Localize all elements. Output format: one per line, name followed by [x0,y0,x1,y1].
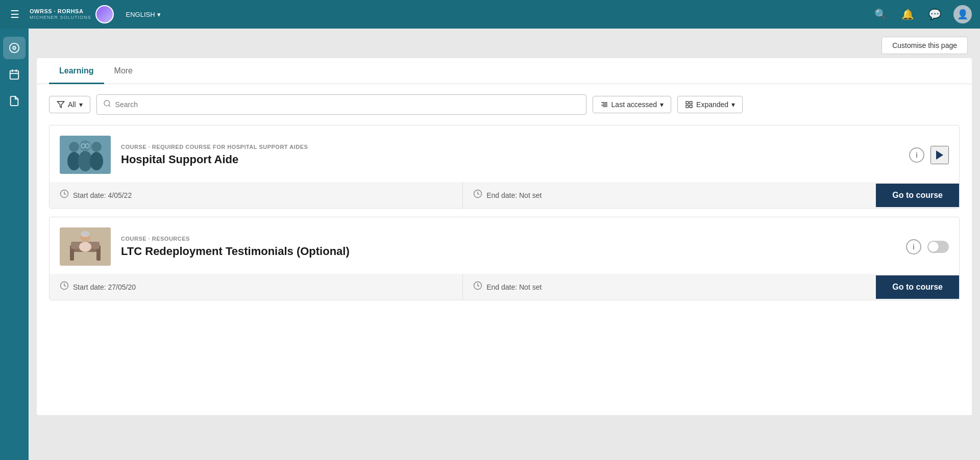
svg-point-37 [81,231,90,237]
course-card-ltc-redeployment: COURSE · RESOURCES LTC Redeployment Test… [49,217,960,300]
thumbnail-image-hsa [60,136,111,174]
course-info-ltc: COURSE · RESOURCES LTC Redeployment Test… [121,236,906,258]
logo-area: OWRSS · RORHSA MICHENER SOLUTIONS [30,5,114,23]
logo-top-line: OWRSS · RORHSA [30,8,91,15]
end-date-icon-hsa [473,189,482,201]
course-category-ltc: COURSE · RESOURCES [121,236,906,242]
end-date-hsa: End date: Not set [463,182,876,208]
top-bar: Customise this page [29,29,980,58]
tabs-bar: Learning More [37,58,972,84]
svg-rect-2 [10,71,19,80]
sidebar [0,29,29,460]
top-navigation: ☰ OWRSS · RORHSA MICHENER SOLUTIONS ENGL… [0,0,980,29]
course-thumbnail-ltc [60,227,111,266]
svg-rect-16 [690,105,692,108]
svg-line-8 [109,105,110,107]
svg-point-22 [91,142,102,152]
thumbnail-image-ltc [60,227,111,266]
language-selector[interactable]: ENGLISH ▾ [126,11,161,18]
course-header-hsa: COURSE · REQUIRED COURSE FOR HOSPITAL SU… [50,125,959,182]
start-date-ltc: Start date: 27/05/20 [50,274,463,300]
svg-point-7 [104,100,110,106]
sidebar-item-dashboard[interactable] [3,37,26,59]
nav-right-icons: 🔍 🔔 💬 👤 [872,5,972,23]
svg-marker-27 [936,150,943,160]
sidebar-item-pages[interactable] [3,90,26,112]
start-date-text-ltc: Start date: 27/05/20 [73,283,136,291]
play-icon-button-hsa[interactable] [930,146,949,164]
info-icon-button-ltc[interactable]: i [906,239,921,254]
svg-point-0 [10,43,19,53]
search-icon-button[interactable]: 🔍 [872,6,889,22]
customise-page-button[interactable]: Customise this page [881,37,968,54]
svg-rect-15 [686,105,689,108]
filter-icon [57,100,65,109]
course-actions-ltc: i [906,239,949,254]
play-icon [934,149,946,161]
search-icon [103,99,111,110]
logo-circle [95,5,114,23]
course-header-ltc: COURSE · RESOURCES LTC Redeployment Test… [50,217,959,274]
svg-point-18 [69,142,79,152]
main-content: Customise this page Learning More All [29,29,980,460]
go-to-course-button-hsa[interactable]: Go to course [876,184,959,207]
sidebar-item-calendar[interactable] [3,63,26,86]
view-button[interactable]: Expanded ▾ [677,96,743,113]
page-layout: Customise this page Learning More All [0,29,980,460]
svg-point-1 [13,46,16,49]
course-title-ltc: LTC Redeployment Testimonials (Optional) [121,245,906,258]
course-footer-ltc: Start date: 27/05/20 End date: Not set G… [50,274,959,300]
end-date-text-hsa: End date: Not set [486,191,542,199]
course-title-hsa: Hospital Support Aide [121,153,909,166]
end-date-ltc: End date: Not set [463,274,876,300]
search-input[interactable] [115,100,580,109]
notifications-icon-button[interactable]: 🔔 [899,6,916,22]
end-date-icon-ltc [473,281,482,293]
start-date-text-hsa: Start date: 4/05/22 [73,191,132,199]
course-footer-hsa: Start date: 4/05/22 End date: Not set Go… [50,182,959,208]
start-date-icon-ltc [60,281,69,293]
sort-button[interactable]: Last accessed ▾ [593,96,672,113]
hamburger-button[interactable]: ☰ [8,6,21,22]
course-thumbnail-hsa [60,136,111,174]
tab-more[interactable]: More [104,58,143,84]
svg-point-23 [90,152,103,170]
toggle-button-ltc[interactable] [927,241,949,253]
content-area: Learning More All ▾ [37,58,972,415]
svg-rect-13 [686,101,689,104]
svg-point-36 [79,242,91,252]
tab-learning[interactable]: Learning [49,58,104,84]
info-icon-button-hsa[interactable]: i [909,147,924,163]
end-date-text-ltc: End date: Not set [486,283,542,291]
course-actions-hsa: i [909,146,949,164]
user-avatar[interactable]: 👤 [953,5,972,23]
course-category-hsa: COURSE · REQUIRED COURSE FOR HOSPITAL SU… [121,144,909,150]
grid-icon [685,100,693,109]
messages-icon-button[interactable]: 💬 [926,6,943,22]
svg-rect-14 [690,101,692,104]
sort-icon [600,100,608,109]
course-card-hospital-support-aide: COURSE · REQUIRED COURSE FOR HOSPITAL SU… [49,125,960,209]
logo-text: OWRSS · RORHSA MICHENER SOLUTIONS [30,8,91,20]
svg-marker-6 [57,101,64,108]
search-container [96,94,586,115]
go-to-course-button-ltc[interactable]: Go to course [876,275,959,299]
filter-all-button[interactable]: All ▾ [49,96,90,113]
start-date-hsa: Start date: 4/05/22 [50,182,463,208]
logo-bottom-line: MICHENER SOLUTIONS [30,15,91,20]
start-date-icon-hsa [60,189,69,201]
filter-bar: All ▾ Last accessed ▾ [37,84,972,125]
course-info-hsa: COURSE · REQUIRED COURSE FOR HOSPITAL SU… [121,144,909,166]
